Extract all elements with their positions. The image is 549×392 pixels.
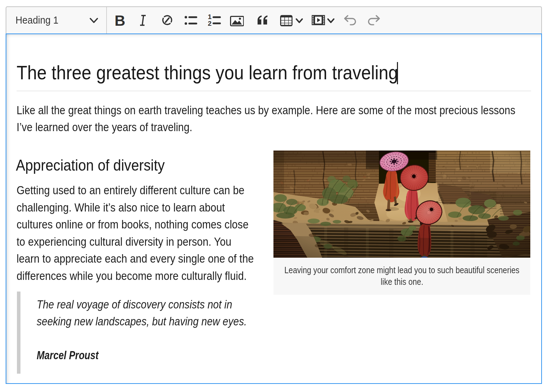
svg-text:1: 1 [208,13,212,20]
svg-text:B: B [115,13,125,28]
svg-text:2: 2 [208,20,212,27]
